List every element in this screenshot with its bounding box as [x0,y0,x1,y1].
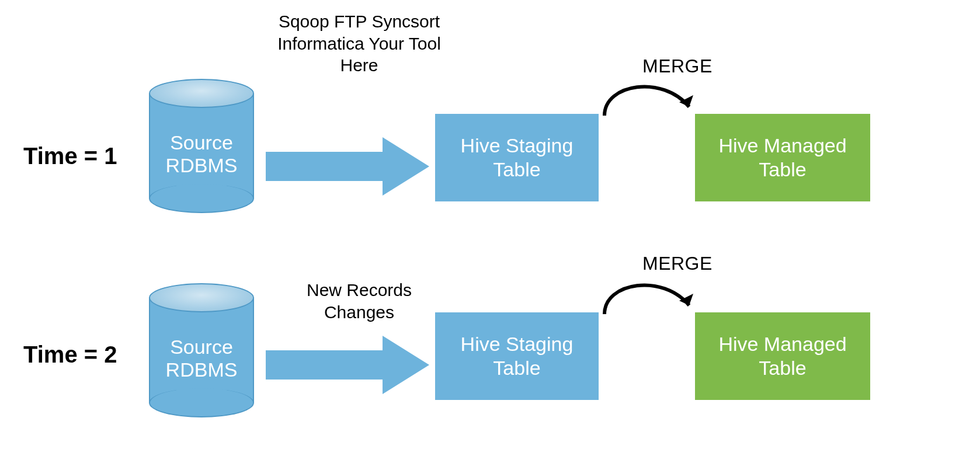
cylinder-bottom [149,388,254,417]
time-2-flow-arrow [266,330,429,400]
time-2-staging-table: Hive Staging Table [435,312,599,400]
time-2-source-db: Source RDBMS [149,283,254,417]
time-2-merge-label: MERGE [642,253,713,274]
time-2-source-label: Source RDBMS [149,336,254,381]
time-2-merge-arrow [602,273,689,326]
time-1-merge-arrow [602,75,689,127]
cylinder-top [149,79,254,108]
time-2-staging-label: Hive Staging Table [461,332,574,380]
arrow-icon [266,330,429,400]
time-2-label: Time = 2 [23,342,117,368]
arrow-icon [266,131,429,201]
curved-arrow-icon [602,75,701,133]
diagram-canvas: Time = 1 Source RDBMS Sqoop FTP Syncsort… [0,0,980,456]
svg-marker-2 [266,336,429,394]
time-1-merge-label: MERGE [642,55,713,77]
time-1-staging-table: Hive Staging Table [435,114,599,201]
time-1-managed-label: Hive Managed Table [718,134,846,182]
time-2-managed-label: Hive Managed Table [718,332,846,380]
time-2-managed-table: Hive Managed Table [695,312,870,400]
time-1-label: Time = 1 [23,143,117,169]
time-1-managed-table: Hive Managed Table [695,114,870,201]
time-1-arrow-caption: Sqoop FTP Syncsort Informatica Your Tool… [266,11,453,76]
cylinder-top [149,283,254,312]
time-1-staging-label: Hive Staging Table [461,134,574,182]
time-1-source-db: Source RDBMS [149,79,254,213]
time-1-source-label: Source RDBMS [149,131,254,177]
curved-arrow-icon [602,273,701,332]
svg-marker-0 [266,137,429,196]
time-1-flow-arrow [266,131,429,201]
cylinder-bottom [149,184,254,213]
time-2-arrow-caption: New Records Changes [277,279,441,323]
